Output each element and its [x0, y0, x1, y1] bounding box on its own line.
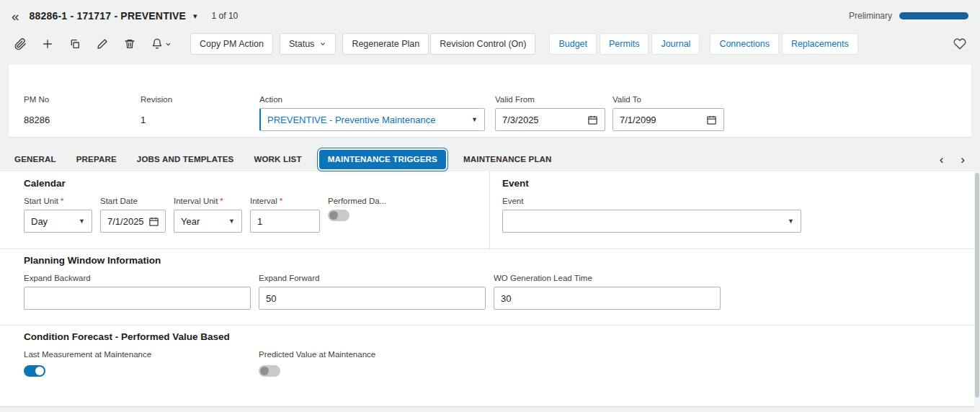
valid-to-input[interactable]: 7/1/2099 — [612, 108, 724, 131]
edit-button[interactable] — [94, 34, 111, 54]
paperclip-icon — [14, 38, 27, 50]
action-label: Action — [259, 95, 486, 104]
tab-prepare[interactable]: PREPARE — [66, 147, 127, 171]
trash-icon — [124, 38, 135, 50]
tab-jobs-and-templates[interactable]: JOBS AND TEMPLATES — [127, 147, 244, 171]
record-title-dropdown-icon[interactable]: ▾ — [189, 10, 202, 22]
replacements-button[interactable]: Replacements — [782, 33, 858, 55]
event-label: Event — [502, 197, 974, 205]
heart-icon — [953, 37, 966, 50]
interval-unit-value: Year — [181, 216, 200, 227]
favorite-button[interactable] — [951, 34, 968, 54]
pm-no-label: PM No — [24, 95, 141, 104]
planning-window-title: Planning Window Information — [24, 255, 974, 266]
duplicate-button[interactable] — [66, 34, 84, 54]
chevron-down-icon: ▼ — [228, 218, 235, 225]
expand-forward-input[interactable]: 50 — [259, 287, 486, 310]
tab-maintenance-triggers[interactable]: MAINTENANCE TRIGGERS — [319, 150, 446, 169]
field-start-date: Start Date 7/1/2025 — [100, 197, 166, 233]
pm-no-value: 88286 — [24, 108, 141, 125]
field-valid-to: Valid To 7/1/2099 — [612, 95, 724, 137]
calendar-event-row: Calendar Start Unit* Day ▼ Start Date 7/… — [0, 171, 974, 248]
chevron-down-icon: ▼ — [79, 218, 85, 225]
record-title: 88286-1 - 171717 - PREVENTIVE — [30, 10, 186, 22]
predicted-value-toggle[interactable] — [259, 365, 280, 377]
tab-work-list[interactable]: WORK LIST — [244, 147, 311, 171]
last-measurement-toggle[interactable] — [24, 365, 45, 377]
collapse-left-icon[interactable]: « — [7, 8, 24, 24]
revision-control-button[interactable]: Revision Control (On) — [430, 33, 535, 55]
calendar-section: Calendar Start Unit* Day ▼ Start Date 7/… — [0, 171, 490, 248]
scrollbar-thumb[interactable] — [975, 173, 979, 398]
start-date-label: Start Date — [100, 197, 166, 205]
budget-button[interactable]: Budget — [549, 33, 597, 55]
tab-maintenance-plan[interactable]: MAINTENANCE PLAN — [453, 147, 562, 171]
valid-from-value: 7/3/2025 — [502, 115, 539, 125]
lifecycle-progress-bar — [899, 12, 968, 19]
connections-button[interactable]: Connections — [710, 33, 779, 55]
interval-unit-select[interactable]: Year ▼ — [174, 210, 242, 233]
interval-value: 1 — [257, 216, 262, 227]
expand-forward-value: 50 — [266, 293, 276, 304]
required-mark: * — [280, 197, 282, 205]
calendar-icon — [587, 115, 598, 125]
start-unit-select[interactable]: Day ▼ — [24, 210, 92, 233]
event-select[interactable]: ▼ — [502, 210, 801, 233]
pencil-icon — [97, 38, 108, 50]
field-start-unit: Start Unit* Day ▼ — [24, 197, 92, 233]
revision-label: Revision — [141, 95, 259, 104]
wo-generation-lead-time-input[interactable]: 30 — [494, 287, 721, 310]
wo-generation-lead-time-value: 30 — [501, 293, 511, 304]
interval-label: Interval — [250, 197, 277, 205]
last-measurement-label: Last Measurement at Maintenance — [24, 350, 259, 359]
chevron-down-icon — [319, 40, 326, 48]
status-button-label: Status — [289, 39, 314, 49]
record-counter: 1 of 10 — [212, 11, 239, 21]
attachments-button[interactable] — [12, 34, 29, 54]
tab-general[interactable]: GENERAL — [4, 147, 66, 171]
chevron-down-icon: ▼ — [788, 218, 794, 225]
field-event: Event ▼ — [502, 197, 974, 233]
journal-button[interactable]: Journal — [651, 33, 700, 55]
field-performed-date: Performed Da... — [328, 197, 386, 233]
tabs-scroll-right-icon[interactable]: › — [956, 152, 970, 167]
vertical-scrollbar[interactable] — [974, 171, 980, 412]
permits-button[interactable]: Permits — [600, 33, 649, 55]
performed-date-label: Performed Da... — [328, 197, 386, 205]
interval-input[interactable]: 1 — [250, 210, 320, 233]
field-wo-generation-lead-time: WO Generation Lead Time 30 — [494, 274, 721, 310]
copy-pm-action-button[interactable]: Copy PM Action — [190, 33, 273, 55]
calendar-icon — [706, 115, 717, 125]
status-button[interactable]: Status — [280, 33, 336, 55]
pm-action-page: « 88286-1 - 171717 - PREVENTIVE ▾ 1 of 1… — [0, 0, 980, 407]
required-mark: * — [61, 197, 63, 205]
condition-forecast-title: Condition Forecast - Performed Value Bas… — [24, 331, 974, 342]
delete-button[interactable] — [121, 34, 138, 54]
regenerate-plan-button[interactable]: Regenerate Plan — [342, 33, 429, 55]
valid-from-label: Valid From — [495, 95, 605, 104]
tabs-scroll-left-icon[interactable]: ‹ — [935, 152, 949, 167]
bell-icon — [151, 38, 163, 50]
notifications-button[interactable] — [148, 34, 174, 54]
tab-bar: GENERAL PREPARE JOBS AND TEMPLATES WORK … — [0, 147, 980, 171]
valid-from-input[interactable]: 7/3/2025 — [495, 108, 605, 131]
field-interval: Interval* 1 — [250, 197, 320, 233]
action-select[interactable]: PREVENTIVE - Preventive Maintenance ▼ — [259, 108, 485, 131]
wo-generation-lead-time-label: WO Generation Lead Time — [494, 274, 721, 282]
add-button[interactable] — [39, 34, 56, 54]
revision-value: 1 — [141, 108, 259, 125]
tab-pager: ‹ › — [935, 152, 970, 167]
start-date-input[interactable]: 7/1/2025 — [100, 210, 166, 233]
event-section-title: Event — [502, 178, 974, 189]
valid-to-value: 7/1/2099 — [620, 115, 656, 125]
pm-summary-card: PM No 88286 Revision 1 Action PREVENTIVE… — [9, 65, 971, 137]
expand-backward-input[interactable] — [24, 287, 251, 310]
predicted-value-label: Predicted Value at Maintenance — [259, 350, 375, 359]
start-unit-value: Day — [31, 216, 48, 227]
record-header: « 88286-1 - 171717 - PREVENTIVE ▾ 1 of 1… — [0, 0, 980, 32]
event-section: Event Event ▼ — [490, 171, 974, 248]
field-expand-forward: Expand Forward 50 — [259, 274, 486, 310]
performed-date-toggle[interactable] — [328, 210, 349, 221]
expand-forward-label: Expand Forward — [259, 274, 486, 282]
copy-icon — [69, 38, 81, 50]
